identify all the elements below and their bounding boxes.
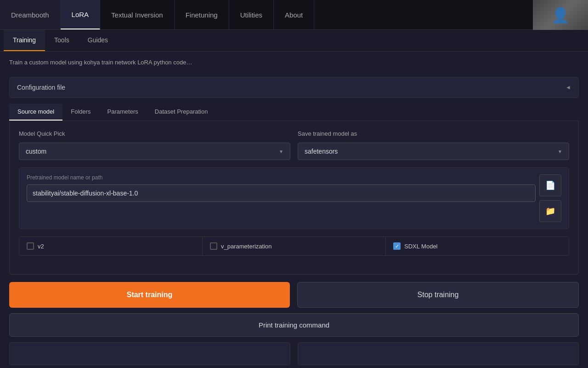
inner-tabs: Source model Folders Parameters Dataset …	[9, 104, 579, 121]
inner-tab-parameters[interactable]: Parameters	[99, 104, 147, 121]
save-trained-model-value: safetensors	[305, 148, 338, 155]
sub-tab-tools[interactable]: Tools	[45, 30, 79, 51]
sub-tab-guides[interactable]: Guides	[79, 30, 117, 51]
model-quick-pick-value: custom	[26, 148, 46, 155]
v2-checkbox[interactable]	[27, 242, 34, 250]
save-trained-model-arrow: ▼	[558, 149, 562, 154]
tab-finetuning[interactable]: Finetuning	[175, 0, 229, 29]
v-param-label: v_parameterization	[221, 243, 272, 250]
pretrained-model-section: Pretrained model name or path 📄 📁	[19, 167, 569, 229]
save-trained-model-group: Save trained model as safetensors ▼	[298, 130, 569, 160]
bottom-box-left	[9, 342, 290, 365]
v2-label: v2	[38, 243, 44, 250]
folder-icon-button[interactable]: 📁	[539, 200, 561, 222]
pretrained-model-label: Pretrained model name or path	[27, 174, 536, 181]
model-quick-pick-row: Model Quick Pick custom ▼ Save trained m…	[19, 130, 569, 160]
tab-dreambooth[interactable]: Dreambooth	[0, 0, 61, 29]
model-quick-pick-label: Model Quick Pick	[19, 130, 290, 137]
description-text: Train a custom model using kohya train n…	[0, 52, 588, 73]
main-content: Training Tools Guides Train a custom mod…	[0, 30, 588, 368]
webcam-preview	[533, 0, 588, 30]
webcam-image	[533, 0, 588, 30]
checkboxes-row: v2 v_parameterization SDXL Model	[19, 236, 569, 256]
tab-about[interactable]: About	[274, 0, 314, 29]
folder-icon: 📁	[545, 206, 555, 216]
top-navigation: Dreambooth LoRA Textual Inversion Finetu…	[0, 0, 588, 30]
config-arrow-icon: ◄	[565, 84, 571, 91]
file-icon: 📄	[545, 180, 555, 190]
file-icon-button[interactable]: 📄	[539, 174, 561, 196]
sub-tabs: Training Tools Guides	[0, 30, 588, 52]
checkbox-item-v2: v2	[19, 237, 203, 255]
inner-tab-source-model[interactable]: Source model	[9, 104, 62, 121]
pretrained-model-inner: Pretrained model name or path	[27, 174, 536, 202]
save-trained-model-label: Save trained model as	[298, 130, 569, 137]
sdxl-checkbox[interactable]	[393, 242, 401, 250]
bottom-row	[9, 342, 579, 365]
model-quick-pick-dropdown[interactable]: custom ▼	[19, 143, 290, 160]
source-model-panel: Model Quick Pick custom ▼ Save trained m…	[9, 121, 579, 275]
stop-training-button[interactable]: Stop training	[297, 282, 579, 308]
tab-lora[interactable]: LoRA	[61, 0, 101, 29]
action-buttons: Start training Stop training	[9, 282, 579, 308]
pretrained-model-input[interactable]	[27, 184, 536, 202]
config-file-section[interactable]: Configuration file ◄	[9, 77, 579, 98]
checkbox-item-v-param: v_parameterization	[203, 237, 386, 255]
sdxl-label: SDXL Model	[404, 243, 438, 250]
start-training-button[interactable]: Start training	[9, 282, 290, 308]
tab-utilities[interactable]: Utilities	[229, 0, 274, 29]
pretrained-buttons: 📄 📁	[539, 174, 561, 222]
inner-tab-dataset-preparation[interactable]: Dataset Preparation	[147, 104, 216, 121]
config-file-label: Configuration file	[17, 84, 65, 91]
model-quick-pick-group: Model Quick Pick custom ▼	[19, 130, 290, 160]
save-trained-model-dropdown[interactable]: safetensors ▼	[298, 143, 569, 160]
sub-tab-training[interactable]: Training	[4, 30, 45, 51]
bottom-box-right	[298, 342, 579, 365]
checkbox-item-sdxl: SDXL Model	[386, 237, 569, 255]
tab-textual-inversion[interactable]: Textual Inversion	[100, 0, 175, 29]
print-training-command-button[interactable]: Print training command	[9, 313, 579, 337]
model-quick-pick-arrow: ▼	[279, 149, 283, 154]
v-param-checkbox[interactable]	[210, 242, 217, 250]
inner-tab-folders[interactable]: Folders	[62, 104, 99, 121]
